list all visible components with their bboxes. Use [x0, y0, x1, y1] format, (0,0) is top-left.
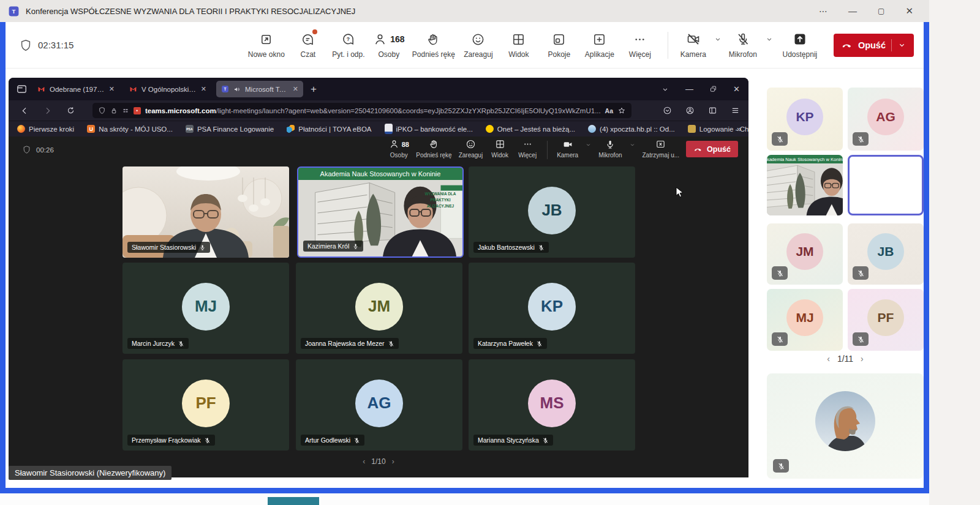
- inner-people-button[interactable]: 88 Osoby: [388, 138, 409, 159]
- participant-tile-mj[interactable]: MJ Marcin Jurczyk: [123, 263, 289, 354]
- sidebar-tile-ag[interactable]: AG: [848, 88, 924, 151]
- browser-minimize-icon[interactable]: —: [685, 84, 693, 94]
- avatar: KP: [786, 99, 823, 135]
- firefox-view-icon[interactable]: [16, 83, 28, 95]
- mic-off-icon: [776, 335, 784, 343]
- window-close-icon[interactable]: ✕: [905, 6, 913, 17]
- sidebar-tile-selected[interactable]: [848, 155, 924, 215]
- participant-tile-kp[interactable]: KP Katarzyna Pawełek: [469, 263, 635, 354]
- sidebar-panel-icon[interactable]: [708, 106, 717, 115]
- window-minimize-icon[interactable]: —: [848, 6, 857, 16]
- new-tab-button[interactable]: +: [311, 83, 317, 95]
- leave-chevron-icon[interactable]: [897, 40, 907, 50]
- camera-button[interactable]: Kamera: [676, 31, 711, 59]
- next-page-icon[interactable]: ›: [861, 354, 864, 364]
- rooms-button[interactable]: Pokoje: [539, 31, 579, 59]
- inner-camera-button[interactable]: Kamera: [557, 138, 578, 159]
- pocket-icon[interactable]: [663, 106, 672, 115]
- bookmark-item[interactable]: iPKO – bankowość ele...: [385, 124, 473, 134]
- screen: Konferencja WSPÓŁCZESNE WYZWANIA DLA TEO…: [0, 0, 980, 505]
- mic-on-icon: [605, 139, 616, 150]
- participant-tile-jb[interactable]: JB Jakub Bartoszewski: [469, 166, 635, 258]
- bookmark-item[interactable]: UNa skróty - MÓJ USO...: [87, 125, 173, 133]
- participant-tile-pf[interactable]: PF Przemysław Frąckowiak: [123, 359, 289, 451]
- tab-audio-icon[interactable]: [233, 86, 241, 93]
- sidebar-tile-jm[interactable]: JM: [767, 223, 843, 285]
- mic-chevron-icon[interactable]: [765, 35, 774, 43]
- video-tile-slawomir[interactable]: Sławomir Stasiorowski: [123, 166, 289, 258]
- forward-icon[interactable]: [43, 106, 53, 116]
- mic-off-badge: [853, 132, 869, 146]
- browser-tab-teams[interactable]: Microsoft Teams ✕: [216, 81, 303, 97]
- account-icon[interactable]: [685, 106, 695, 115]
- bookmark-item[interactable]: (4) xpoczta.hb.pl :: Od...: [588, 125, 675, 133]
- tab-close-icon[interactable]: ✕: [109, 85, 115, 93]
- window-titlebar: Konferencja WSPÓŁCZESNE WYZWANIA DLA TEO…: [0, 0, 929, 22]
- camera-chevron-icon[interactable]: [714, 35, 722, 43]
- sidebar-tile-video[interactable]: Akademia Nauk Stosowanych w Koninie: [767, 155, 843, 215]
- sidebar-tile-photo[interactable]: [767, 373, 924, 479]
- mic-on-icon: [199, 244, 206, 251]
- window-title: Konferencja WSPÓŁCZESNE WYZWANIA DLA TEO…: [26, 7, 355, 16]
- prev-page-icon[interactable]: ‹: [363, 457, 365, 466]
- address-bar[interactable]: ▪ teams.microsoft.com/light-meetings/lau…: [92, 103, 631, 118]
- leave-button[interactable]: Opuść: [834, 34, 914, 57]
- translate-icon[interactable]: Aa: [605, 107, 613, 114]
- taskbar-fragment: [268, 497, 319, 505]
- browser-close-icon[interactable]: ✕: [733, 84, 740, 94]
- inner-view-button[interactable]: Widok: [489, 138, 510, 159]
- bookmark-item[interactable]: Onet – Jesteś na bieżą...: [486, 125, 575, 133]
- chat-button[interactable]: Czat: [288, 31, 328, 59]
- avatar: MS: [528, 380, 576, 427]
- tab-close-icon[interactable]: ✕: [201, 85, 206, 93]
- next-page-icon[interactable]: ›: [392, 457, 394, 466]
- university-banner: Akademia Nauk Stosowanych w Koninie: [767, 155, 843, 163]
- reload-icon[interactable]: [66, 106, 75, 115]
- browser-tab-gmail-1[interactable]: Odebrane (197) - s.stasiorowski ✕: [32, 81, 119, 97]
- window-more-icon[interactable]: ⋯: [819, 6, 827, 16]
- tab-close-icon[interactable]: ✕: [293, 85, 298, 93]
- window-maximize-icon[interactable]: ▢: [878, 7, 884, 15]
- sidebar-tile-jb[interactable]: JB: [848, 223, 924, 285]
- mic-button[interactable]: Mikrofon: [723, 31, 763, 59]
- prev-page-icon[interactable]: ‹: [827, 354, 830, 364]
- participant-tile-jm[interactable]: JM Joanna Rajewska de Mezer: [296, 263, 462, 354]
- video-tile-kazimiera[interactable]: Akademia Nauk Stosowanych w Koninie WYZW…: [297, 166, 464, 258]
- mic-chevron-icon[interactable]: [629, 141, 636, 148]
- sidebar-tile-kp[interactable]: KP: [767, 88, 843, 151]
- browser-restore-icon[interactable]: [709, 85, 717, 93]
- browser-tab-gmail-2[interactable]: V Ogólnopolskiej Konferencji N ✕: [124, 81, 211, 97]
- share-button[interactable]: Udostępnij: [775, 31, 825, 59]
- participant-tile-ag[interactable]: AG Artur Godlewski: [296, 359, 462, 451]
- inner-leave-button[interactable]: Opuść: [686, 141, 738, 157]
- stop-share-icon: [655, 139, 666, 149]
- inner-stop-share-button[interactable]: Zatrzymaj u...: [643, 138, 680, 159]
- list-tabs-icon[interactable]: [661, 85, 669, 94]
- react-button[interactable]: Zareaguj: [458, 31, 499, 59]
- mic-off-icon: [542, 437, 549, 444]
- more-button[interactable]: Więcej: [620, 31, 660, 59]
- qa-button[interactable]: Pyt. i odp.: [328, 31, 369, 59]
- bookmarks-overflow-icon[interactable]: »: [737, 124, 741, 133]
- sidebar-tile-pf[interactable]: PF: [848, 289, 924, 351]
- bookmark-star-icon[interactable]: [617, 107, 626, 115]
- inner-raise-hand-button[interactable]: Podnieś rękę: [416, 138, 451, 159]
- bookmark-item[interactable]: Płatności | TOYA eBOA: [287, 125, 371, 133]
- bookmark-item[interactable]: Pierwsze kroki: [17, 125, 74, 133]
- raise-hand-button[interactable]: Podnieś rękę: [409, 31, 458, 59]
- view-button[interactable]: Widok: [499, 31, 539, 59]
- participant-name-chip: Jakub Bartoszewski: [473, 242, 549, 253]
- bookmark-item[interactable]: PSAPSA Finance Logowanie: [186, 125, 274, 133]
- inner-react-button[interactable]: Zareaguj: [459, 138, 483, 159]
- participant-tile-ms[interactable]: MS Marianna Styczyńska: [469, 359, 635, 451]
- people-button[interactable]: 168 Osoby: [369, 31, 409, 59]
- inner-more-button[interactable]: Więcej: [517, 138, 538, 159]
- camera-chevron-icon[interactable]: [585, 141, 592, 148]
- sidebar-tile-mj[interactable]: MJ: [767, 289, 843, 351]
- new-window-button[interactable]: Nowe okno: [245, 31, 288, 59]
- inner-mic-button[interactable]: Mikrofon: [598, 138, 622, 159]
- apps-button[interactable]: Aplikacje: [579, 31, 620, 59]
- menu-icon[interactable]: [731, 106, 740, 115]
- tracking-shield-icon[interactable]: [98, 107, 106, 114]
- back-icon[interactable]: [20, 106, 29, 116]
